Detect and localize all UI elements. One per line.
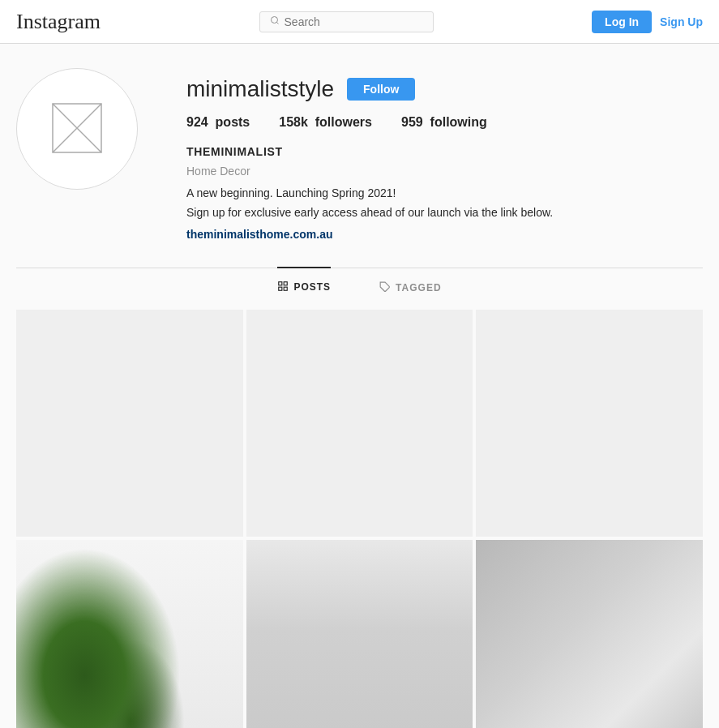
following-count: 959: [401, 115, 423, 129]
search-icon: [270, 15, 280, 28]
following-label: following: [430, 115, 487, 129]
tab-posts[interactable]: POSTS: [277, 267, 331, 306]
svg-point-0: [271, 17, 277, 24]
svg-line-1: [276, 22, 278, 24]
search-bar[interactable]: [259, 11, 434, 32]
avatar-placeholder: [45, 96, 109, 163]
tab-tagged-label: TAGGED: [396, 282, 441, 293]
grid-cell-5[interactable]: [246, 540, 473, 728]
instagram-logo[interactable]: Instagram: [16, 10, 101, 34]
profile-container: minimaliststyle Follow 924 posts 158k fo…: [0, 44, 719, 728]
profile-category: Home Decor: [186, 162, 703, 180]
profile-info: minimaliststyle Follow 924 posts 158k fo…: [186, 68, 703, 243]
login-button[interactable]: Log In: [592, 11, 652, 33]
profile-desc1: A new beginning. Launching Spring 2021!: [186, 184, 703, 202]
profile-username: minimaliststyle: [186, 76, 334, 102]
svg-rect-7: [279, 287, 282, 290]
svg-rect-8: [285, 287, 288, 290]
profile-bio: THEMINIMALIST Home Decor A new beginning…: [186, 143, 703, 243]
tab-posts-label: POSTS: [293, 281, 331, 293]
profile-stats: 924 posts 158k followers 959 following: [186, 115, 703, 130]
grid-cell-2[interactable]: [246, 310, 473, 537]
svg-rect-5: [279, 282, 282, 285]
followers-label: followers: [315, 115, 372, 129]
avatar: [16, 68, 138, 190]
grid-cell-4[interactable]: [16, 540, 243, 728]
followers-count: 158k: [279, 115, 308, 129]
grid-icon: [277, 280, 289, 294]
tab-tagged[interactable]: TAGGED: [379, 268, 441, 306]
posts-label: posts: [216, 115, 250, 129]
grid-cell-6[interactable]: [476, 540, 703, 728]
profile-desc2: Sign up for exclusive early access ahead…: [186, 203, 703, 221]
posts-count: 924: [186, 115, 208, 129]
grid-cell-3[interactable]: [476, 310, 703, 537]
profile-display-name: THEMINIMALIST: [186, 143, 703, 161]
follow-button[interactable]: Follow: [347, 78, 415, 101]
tabs-section: POSTS TAGGED: [16, 268, 703, 306]
stat-following[interactable]: 959 following: [401, 115, 487, 130]
profile-header: minimaliststyle Follow 924 posts 158k fo…: [16, 68, 703, 243]
search-wrap: [101, 11, 592, 32]
header-actions: Log In Sign Up: [592, 11, 703, 33]
avatar-wrap: [16, 68, 138, 190]
svg-rect-6: [285, 282, 288, 285]
signup-button[interactable]: Sign Up: [660, 15, 703, 28]
search-input[interactable]: [285, 15, 423, 28]
site-header: Instagram Log In Sign Up: [0, 0, 719, 44]
tag-icon: [379, 281, 391, 295]
profile-link[interactable]: theminimalisthome.com.au: [186, 228, 332, 241]
profile-name-row: minimaliststyle Follow: [186, 76, 703, 102]
grid-cell-1[interactable]: [16, 310, 243, 537]
posts-grid: [16, 310, 703, 728]
stat-followers[interactable]: 158k followers: [279, 115, 372, 130]
stat-posts: 924 posts: [186, 115, 250, 130]
